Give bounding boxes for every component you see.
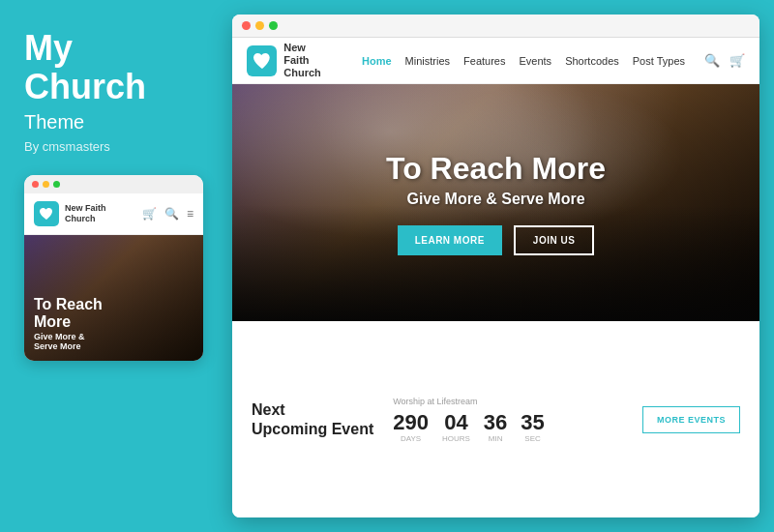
mobile-icons: 🛒 🔍 ≡ [142, 207, 194, 221]
mobile-logo-area: New Faith Church [34, 201, 106, 226]
hours-number: 04 [442, 412, 470, 433]
hero-content: To Reach More Give More & Serve More LEA… [386, 151, 606, 255]
mobile-menu-icon: ≡ [187, 207, 194, 221]
hero-subtitle: Give More & Serve More [386, 191, 606, 208]
theme-title: My Church [24, 29, 198, 105]
search-icon[interactable]: 🔍 [704, 53, 720, 68]
desktop-nav-items: Home Ministries Features Events Shortcod… [362, 55, 685, 67]
mobile-logo-text: New Faith Church [65, 203, 106, 224]
mobile-header: New Faith Church 🛒 🔍 ≡ [24, 193, 203, 235]
right-panel: New Faith Church Home Ministries Feature… [223, 0, 774, 532]
nav-ministries[interactable]: Ministries [405, 55, 450, 67]
secs-number: 35 [521, 412, 544, 433]
countdown-secs: 35 SEC [521, 412, 544, 443]
desktop-mockup: New Faith Church Home Ministries Feature… [232, 15, 759, 517]
join-us-button[interactable]: JOIN US [514, 225, 595, 255]
worship-label: Worship at Lifestream [393, 397, 623, 406]
left-panel: My Church Theme By cmsmasters New Faith … [0, 0, 223, 532]
title-line1: My [24, 28, 73, 68]
mobile-dot-yellow [43, 181, 49, 188]
hours-unit: HOURS [442, 434, 470, 443]
countdown-hours: 04 HOURS [442, 412, 470, 443]
countdown-mins: 36 MIN [484, 412, 507, 443]
desktop-dot-red [242, 21, 251, 30]
cart-icon[interactable]: 🛒 [729, 53, 745, 68]
desktop-dot-green [269, 21, 278, 30]
title-line2: Church [24, 67, 146, 106]
mobile-hero-sub: Give More & Serve More [34, 332, 103, 351]
more-events-button[interactable]: MORE EVENTS [642, 406, 740, 433]
desktop-logo-area: New Faith Church [247, 42, 333, 80]
desktop-bottom: Next Upcoming Event Worship at Lifestrea… [232, 321, 759, 517]
desktop-nav-icons: 🔍 🛒 [704, 53, 745, 68]
nav-home[interactable]: Home [362, 55, 392, 67]
mobile-dot-red [32, 181, 39, 188]
hero-title: To Reach More [386, 151, 606, 187]
mobile-hero: To Reach More Give More & Serve More [24, 235, 203, 361]
nav-features[interactable]: Features [463, 55, 505, 67]
hero-buttons: LEARN MORE JOIN US [386, 225, 606, 255]
theme-by: By cmsmasters [24, 139, 198, 154]
nav-post-types[interactable]: Post Types [633, 55, 685, 67]
days-unit: DAYS [393, 434, 429, 443]
nav-events[interactable]: Events [519, 55, 551, 67]
days-number: 290 [393, 412, 429, 433]
mobile-hero-text: To Reach More Give More & Serve More [34, 296, 103, 351]
nav-shortcodes[interactable]: Shortcodes [565, 55, 619, 67]
desktop-logo-icon [247, 45, 277, 76]
mins-number: 36 [484, 412, 507, 433]
mobile-search-icon: 🔍 [164, 207, 179, 221]
mobile-logo-icon [34, 201, 59, 226]
desktop-logo-text: New Faith Church [283, 42, 333, 80]
countdown-section: Worship at Lifestream 290 DAYS 04 HOURS … [393, 397, 623, 443]
mobile-mockup: New Faith Church 🛒 🔍 ≡ To Reach More Giv… [24, 175, 203, 361]
next-event: Next Upcoming Event [252, 400, 373, 437]
countdown-days: 290 DAYS [393, 412, 429, 443]
desktop-navbar: New Faith Church Home Ministries Feature… [232, 38, 759, 84]
desktop-content: New Faith Church Home Ministries Feature… [232, 38, 759, 517]
mobile-cart-icon: 🛒 [142, 207, 157, 221]
countdown-numbers: 290 DAYS 04 HOURS 36 MIN 35 [393, 412, 623, 443]
mobile-dot-green [53, 181, 60, 188]
theme-subtitle: Theme [24, 111, 198, 133]
mobile-hero-title: To Reach More [34, 296, 103, 330]
mins-unit: MIN [484, 434, 507, 443]
desktop-dot-yellow [255, 21, 264, 30]
next-event-label: Next Upcoming Event [252, 400, 373, 437]
desktop-hero: To Reach More Give More & Serve More LEA… [232, 84, 759, 321]
mobile-top-bar [24, 175, 203, 193]
desktop-top-bar [232, 15, 759, 38]
learn-more-button[interactable]: LEARN MORE [398, 225, 502, 255]
secs-unit: SEC [521, 434, 544, 443]
